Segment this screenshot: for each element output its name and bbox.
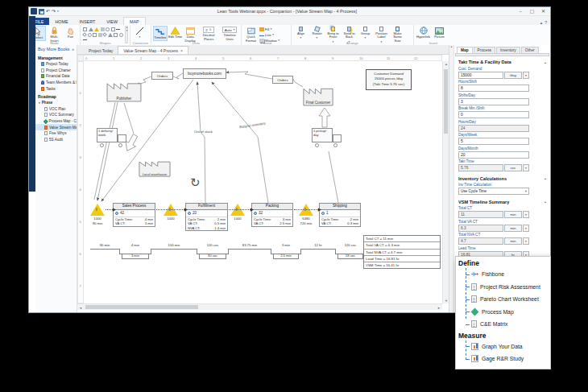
sidebar-item-voc-plan[interactable]: VOC Plan (35, 106, 77, 113)
shape-icon[interactable] (88, 33, 92, 37)
out-of-stock-label[interactable]: Out of stock (194, 130, 213, 134)
shifts-day-input[interactable]: 3 (458, 98, 529, 105)
tool-item-process-map[interactable]: Process Map (458, 306, 548, 319)
pickup-truck-shape[interactable]: 1 pickup/ day (312, 128, 342, 148)
save-icon[interactable] (39, 9, 44, 14)
total-nva-ct-unit-select[interactable]: min (504, 237, 522, 245)
align-button[interactable]: Align▾ (293, 26, 308, 39)
edit-time-button[interactable]: Edit Time (168, 26, 183, 39)
shape-icon[interactable] (94, 27, 99, 31)
rotate-button[interactable]: Rotate▾ (309, 26, 325, 39)
shape-icon[interactable] (108, 33, 113, 37)
tool-item-ce-matrix[interactable]: C&E Matrix (458, 318, 548, 331)
tool-item-fishbone[interactable]: Fishbone (458, 268, 548, 281)
tab-insert[interactable]: INSERT (74, 18, 101, 25)
central-system-box[interactable]: buymorebooks.com (183, 68, 226, 79)
roadmap-phase-node[interactable]: ▾Phase (35, 100, 77, 106)
picture-button[interactable]: Picture (432, 26, 447, 39)
total-ct-unit-select[interactable]: min (504, 211, 522, 218)
takt-section-header[interactable]: Takt Time & Facility Data▴ (454, 56, 550, 65)
tool-item-pareto[interactable]: Pareto Chart Worksheet (458, 293, 548, 306)
shape-icon[interactable] (83, 27, 87, 31)
doc-tab-project-today[interactable]: Project Today (84, 47, 118, 54)
kaizen-loop-icon[interactable]: ↻ (190, 175, 201, 190)
hyperlink-button[interactable]: Hyperlink (416, 26, 431, 39)
dropdown-icon[interactable]: ▾ (523, 211, 529, 218)
tool-item-gage-rr[interactable]: Gage R&R Study (458, 353, 548, 365)
customer-demand-box[interactable]: Customer Demand 15000 pieces /day (Takt … (366, 69, 412, 90)
panel-tab-process[interactable]: Process (474, 47, 495, 53)
tab-view[interactable]: VIEW (101, 18, 123, 25)
inventory-triangle[interactable]: I (90, 204, 105, 216)
inventory-section-header[interactable]: Inventory Calculations▴ (454, 173, 550, 182)
delivery-truck-shape[interactable]: 1 delivery/ week (97, 128, 127, 148)
connector-button[interactable]: ▾ (132, 26, 147, 39)
tool-item-project-risk[interactable]: Project Risk Assessment (458, 281, 548, 294)
sidebar-collapse-icon[interactable]: « (72, 47, 74, 52)
shape-icon[interactable] (93, 33, 97, 37)
push-arrow[interactable]: ▶ (229, 209, 251, 210)
warehouse-factory-shape[interactable]: Local warehouse (139, 155, 171, 177)
sidebar-item-5s-audit[interactable]: 5S Audit (35, 137, 77, 143)
sidebar-item-project-today[interactable]: Project Today (35, 61, 77, 68)
vsm-summary-section-header[interactable]: VSM Timeline Summary▴ (454, 196, 550, 205)
push-arrow[interactable]: ▶ (156, 209, 184, 210)
tab-map[interactable]: MAP (123, 17, 146, 25)
hours-shift-input[interactable]: 8 (458, 85, 529, 92)
fill-button[interactable]: Fill▾ (259, 27, 280, 32)
shape-icon[interactable] (106, 27, 110, 31)
tab-home[interactable]: HOME (49, 18, 73, 25)
vsm-canvas[interactable]: Publisher Final Customer Local warehouse… (84, 61, 442, 303)
sidebar-item-voc-summary[interactable]: VOC Summary (35, 112, 77, 118)
orders-left-box[interactable]: Orders (151, 72, 173, 80)
takt-unit-select[interactable]: sec (504, 164, 522, 171)
process-box-shipping[interactable]: Shipping 1 Cycle Time:2 min VA CT:0.3 mi… (319, 203, 361, 227)
undo-icon[interactable]: ↶ (46, 8, 50, 14)
doc-tab-value-stream-map[interactable]: Value Stream Map - 4 Process× (118, 46, 188, 54)
decimal-places-spinner[interactable]: 2⇅ (203, 27, 213, 33)
redo-icon[interactable]: ↷ (52, 8, 56, 14)
shape-icon[interactable] (83, 39, 87, 40)
days-month-input[interactable]: 20 (458, 151, 529, 159)
days-week-input[interactable]: 5 (458, 138, 529, 145)
canvas-vertical-scrollbar[interactable]: ▲▼ (442, 61, 449, 303)
push-arrow[interactable]: ▶ (294, 209, 318, 210)
vsm-timeline[interactable]: 90 min 4 min3 min 100 min 120 sec30 sec … (90, 243, 366, 266)
cust-demand-input[interactable]: 15000 (458, 72, 503, 79)
shape-icon[interactable] (89, 27, 93, 31)
canvas-horizontal-scrollbar[interactable]: ◄► (77, 303, 442, 310)
restore-button[interactable]: ▢ (527, 8, 537, 15)
dropdown-icon[interactable]: ▾ (523, 72, 529, 79)
shape-icon[interactable] (101, 27, 105, 31)
line-button[interactable]: Line▾ (259, 32, 280, 38)
shape-icon[interactable] (114, 33, 118, 37)
shape-icon[interactable] (119, 33, 123, 37)
process-box-sales[interactable]: Sales Process 42 Cycle Time:4 min VA CT:… (113, 203, 155, 227)
sidebar-item-tasks[interactable]: Tasks (35, 85, 77, 92)
timeline-button[interactable]: Timeline (153, 26, 168, 41)
sidebar-item-team-members[interactable]: Team Members & Roles (35, 80, 77, 86)
total-va-ct-unit-select[interactable]: min (504, 225, 522, 232)
timeline-units-select[interactable]: Auto▾ (222, 27, 238, 33)
push-arrow[interactable]: ▶ (106, 209, 113, 210)
sidebar-item-value-stream-map[interactable]: Value Stream Map - 4 Process (35, 124, 77, 130)
supplier-factory-shape[interactable]: Publisher (106, 76, 142, 102)
shape-icon[interactable] (116, 29, 120, 30)
app-icon[interactable] (31, 8, 37, 14)
dropdown-icon[interactable]: ▾ (523, 237, 529, 245)
close-button[interactable]: ✕ (538, 8, 549, 15)
customer-factory-shape[interactable]: Final Customer (303, 81, 333, 106)
process-box-fulfillment[interactable]: Fulfillment 20 Cycle Time:2 min VA CT:0.… (185, 203, 228, 231)
cust-demand-unit-select[interactable]: /day (504, 72, 522, 79)
panel-tab-inventory[interactable]: Inventory (496, 47, 520, 53)
inv-time-calc-select[interactable]: Use Cycle Time▾ (458, 188, 529, 195)
collapse-icon[interactable]: ▴ (545, 176, 546, 180)
tab-close-icon[interactable]: × (180, 48, 183, 53)
process-box-packing[interactable]: Packing 32 Cycle Time:3 min VA CT:2.5 mi… (251, 203, 293, 227)
shape-icon[interactable] (98, 33, 102, 37)
sidebar-item-five-whys[interactable]: Five Whys (35, 130, 77, 137)
group-button[interactable]: Group▾ (358, 26, 373, 39)
dropdown-icon[interactable]: ▾ (523, 164, 529, 171)
panel-tab-map[interactable]: Map (457, 47, 473, 53)
orders-right-box[interactable]: Orders (272, 76, 293, 84)
